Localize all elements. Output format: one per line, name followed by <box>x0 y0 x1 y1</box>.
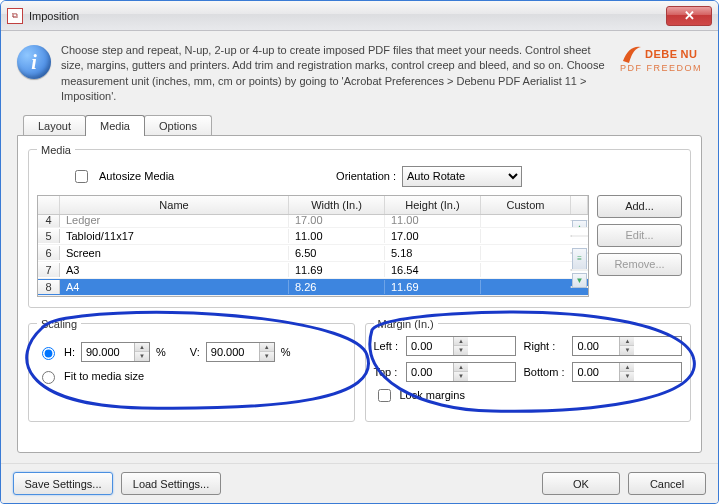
margin-legend: Margin (In.) <box>374 318 438 330</box>
right-spinner[interactable]: ▲▼ <box>572 336 682 356</box>
tab-panel: Media Autosize Media Orientation : Auto … <box>17 135 702 453</box>
edit-button[interactable]: Edit... <box>597 224 682 247</box>
media-legend: Media <box>37 144 75 156</box>
tab-strip: Layout Media Options <box>23 115 702 136</box>
v-down[interactable]: ▼ <box>260 352 274 361</box>
titlebar: ⧉ Imposition ✕ <box>1 1 718 31</box>
v-spinner[interactable]: ▲▼ <box>206 342 275 362</box>
col-height[interactable]: Height (In.) <box>385 196 481 214</box>
intro-text: Choose step and repeat, N-up, 2-up or 4-… <box>61 43 610 105</box>
tab-media[interactable]: Media <box>85 115 145 136</box>
tab-layout[interactable]: Layout <box>23 115 86 136</box>
media-group: Media Autosize Media Orientation : Auto … <box>28 144 691 308</box>
right-input[interactable] <box>573 337 619 355</box>
lock-margins-label: Lock margins <box>400 389 465 401</box>
table-row[interactable]: 4Ledger17.0011.00▲ <box>38 215 588 228</box>
scaling-group: Scaling H: ▲▼ % V: ▲▼ % Fit to media siz… <box>28 318 355 422</box>
h-up[interactable]: ▲ <box>135 343 149 353</box>
scroll-down[interactable]: ▼ <box>572 273 587 288</box>
h-input[interactable] <box>82 343 134 361</box>
col-width[interactable]: Width (In.) <box>289 196 385 214</box>
cancel-button[interactable]: Cancel <box>628 472 706 495</box>
top-label: Top : <box>374 366 398 378</box>
bottom-label: Bottom : <box>524 366 565 378</box>
app-icon: ⧉ <box>7 8 23 24</box>
fit-label: Fit to media size <box>64 370 144 382</box>
table-header: Name Width (In.) Height (In.) Custom <box>38 196 588 215</box>
brand-tagline: PDF FREEDOM <box>620 63 702 73</box>
autosize-checkbox[interactable] <box>75 170 88 183</box>
left-input[interactable] <box>407 337 453 355</box>
top-spinner[interactable]: ▲▼ <box>406 362 516 382</box>
left-label: Left : <box>374 340 398 352</box>
autosize-label: Autosize Media <box>99 170 174 182</box>
table-row[interactable]: 7A311.6916.54 <box>38 262 588 279</box>
h-pct: % <box>156 346 166 358</box>
imposition-dialog: ⧉ Imposition ✕ i Choose step and repeat,… <box>0 0 719 504</box>
v-up[interactable]: ▲ <box>260 343 274 353</box>
orientation-label: Orientation : <box>336 170 396 182</box>
brand-part1: DEBE <box>645 48 678 60</box>
ok-button[interactable]: OK <box>542 472 620 495</box>
h-label: H: <box>64 346 75 358</box>
v-label: V: <box>190 346 200 358</box>
bottom-input[interactable] <box>573 363 619 381</box>
v-pct: % <box>281 346 291 358</box>
scale-hv-radio[interactable] <box>42 347 55 360</box>
v-input[interactable] <box>207 343 259 361</box>
swoosh-icon <box>620 43 642 65</box>
info-icon: i <box>17 45 51 79</box>
lock-margins-checkbox[interactable] <box>378 389 391 402</box>
col-custom[interactable]: Custom <box>481 196 571 214</box>
remove-button[interactable]: Remove... <box>597 253 682 276</box>
table-row[interactable]: 6Screen6.505.18≡ <box>38 245 588 262</box>
footer: Save Settings... Load Settings... OK Can… <box>1 463 718 503</box>
content-area: i Choose step and repeat, N-up, 2-up or … <box>1 31 718 463</box>
scroll-thumb[interactable]: ≡ <box>572 248 587 270</box>
col-name[interactable]: Name <box>60 196 289 214</box>
tab-options[interactable]: Options <box>144 115 212 136</box>
scaling-legend: Scaling <box>37 318 81 330</box>
window-title: Imposition <box>29 10 666 22</box>
media-table[interactable]: Name Width (In.) Height (In.) Custom 4Le… <box>37 195 589 297</box>
table-row[interactable]: 5Tabloid/11x1711.0017.00 <box>38 228 588 245</box>
add-button[interactable]: Add... <box>597 195 682 218</box>
left-spinner[interactable]: ▲▼ <box>406 336 516 356</box>
save-settings-button[interactable]: Save Settings... <box>13 472 113 495</box>
bottom-spinner[interactable]: ▲▼ <box>572 362 682 382</box>
fit-radio[interactable] <box>42 371 55 384</box>
brand-part2: NU <box>681 48 698 60</box>
h-down[interactable]: ▼ <box>135 352 149 361</box>
scroll-up[interactable]: ▲ <box>572 220 587 228</box>
h-spinner[interactable]: ▲▼ <box>81 342 150 362</box>
close-button[interactable]: ✕ <box>666 6 712 26</box>
table-row[interactable]: 8A48.2611.69▼ <box>38 279 588 296</box>
intro-row: i Choose step and repeat, N-up, 2-up or … <box>17 43 702 105</box>
top-input[interactable] <box>407 363 453 381</box>
margin-group: Margin (In.) Left : ▲▼ Right : ▲▼ Top : … <box>365 318 692 422</box>
load-settings-button[interactable]: Load Settings... <box>121 472 221 495</box>
right-label: Right : <box>524 340 565 352</box>
orientation-select[interactable]: Auto Rotate <box>402 166 522 187</box>
brand-logo: DEBENU PDF FREEDOM <box>620 43 702 73</box>
